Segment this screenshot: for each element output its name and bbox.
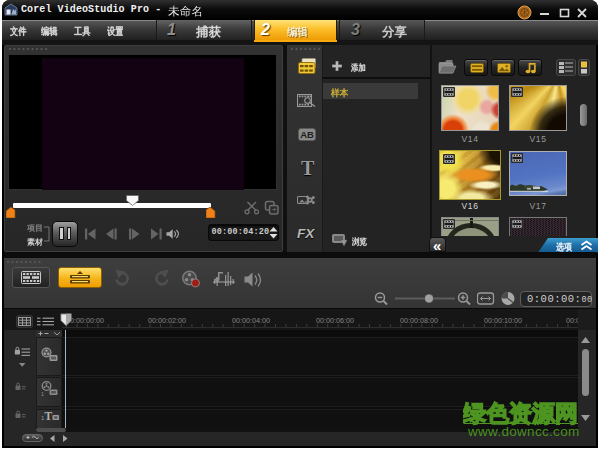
svg-text:1: 1 [41,391,44,397]
svg-text:T: T [45,410,53,422]
svg-text:AB: AB [300,129,314,140]
